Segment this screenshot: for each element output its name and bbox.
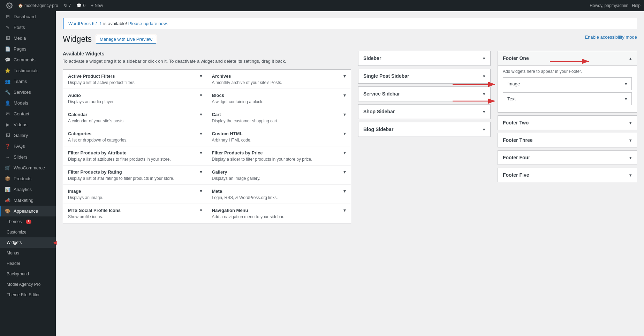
widget-name: Filter Products by Attribute xyxy=(68,150,127,155)
sidebar-item-models[interactable]: 👤 Models xyxy=(0,98,56,108)
new-item[interactable]: + New xyxy=(88,3,106,8)
sidebar-item-theme-file-editor[interactable]: Theme File Editor xyxy=(0,290,56,300)
sidebar-item-faqs[interactable]: ❓ FAQs xyxy=(0,141,56,152)
analytics-icon: 📊 xyxy=(5,187,11,192)
footer-panel-header-five[interactable]: Footer Five ▾ xyxy=(498,168,637,182)
footer-two-expand-icon: ▾ xyxy=(629,120,632,125)
widget-expand-icon: ▾ xyxy=(200,207,202,213)
sidebar-panel-title-blog: Blog Sidebar xyxy=(363,127,393,132)
wp-version-link[interactable]: WordPress 6.1.1 xyxy=(68,21,102,26)
sidebar-item-marketing[interactable]: 📣 Marketing xyxy=(0,195,56,206)
available-widgets-section: Available Widgets To activate a widget d… xyxy=(63,51,351,223)
update-notice: WordPress 6.1.1 is available! Please upd… xyxy=(63,18,637,29)
sidebar-item-widgets[interactable]: Widgets ◄ xyxy=(0,237,56,248)
sidebar-item-teams[interactable]: 👥 Teams xyxy=(0,76,56,87)
widget-item[interactable]: Filter Products by Rating ▾ Display a li… xyxy=(63,166,207,185)
widget-name: Categories xyxy=(68,131,91,136)
update-link[interactable]: Please update now. xyxy=(128,21,168,26)
widget-desc: Displays an audio player. xyxy=(68,99,202,104)
sidebar-item-analytics[interactable]: 📊 Analytics xyxy=(0,184,56,195)
wp-icon[interactable] xyxy=(3,2,15,9)
widget-item[interactable]: Filter Products by Attribute ▾ Display a… xyxy=(63,146,207,166)
widget-item[interactable]: Calendar ▾ A calendar of your site's pos… xyxy=(63,108,207,127)
widget-item[interactable]: Gallery ▾ Displays an image gallery. xyxy=(207,166,351,185)
sidebar-panel-header-shop[interactable]: Shop Sidebar ▾ xyxy=(358,105,490,119)
sidebar-label-gallery: Gallery xyxy=(14,133,28,138)
footer-panel-header-four[interactable]: Footer Four ▾ xyxy=(498,151,637,165)
sidebar-item-sliders[interactable]: ↔ Sliders xyxy=(0,152,56,162)
sidebar-panel-blog: Blog Sidebar ▾ xyxy=(358,122,491,137)
sidebar-item-posts[interactable]: ✎ Posts xyxy=(0,22,56,33)
widget-item[interactable]: Active Product Filters ▾ Display a list … xyxy=(63,70,207,89)
comments-item[interactable]: 💬 0 xyxy=(74,3,88,8)
widget-item[interactable]: Custom HTML ▾ Arbitrary HTML code. xyxy=(207,127,351,146)
footer-one-text-widget[interactable]: Text ▾ xyxy=(503,92,632,105)
arrow-to-text xyxy=(453,98,498,105)
widget-expand-icon: ▾ xyxy=(200,92,202,98)
blog-toggle-icon: ▾ xyxy=(483,127,485,132)
sidebar-item-customize[interactable]: Customize xyxy=(0,227,56,237)
pages-icon: 📄 xyxy=(5,46,11,52)
sidebar-item-media[interactable]: 🖼 Media xyxy=(0,33,56,44)
footer-panel-header-three[interactable]: Footer Three ▾ xyxy=(498,133,637,147)
widget-item[interactable]: MTS Social Profile Icons ▾ Show profile … xyxy=(63,204,207,223)
updates-item[interactable]: ↻ 7 xyxy=(61,3,74,8)
widget-name: Archives xyxy=(212,74,231,79)
footer-panel-title-three: Footer Three xyxy=(503,137,533,143)
contact-icon: ✉ xyxy=(5,111,11,116)
sidebar-item-menus[interactable]: Menus xyxy=(0,248,56,258)
sidebars-column: Sidebar ▾ Single Post Sidebar ▾ Service … xyxy=(358,51,491,223)
widget-item[interactable]: Archives ▾ A monthly archive of your sit… xyxy=(207,70,351,89)
sidebar-panel-title-service: Service Sidebar xyxy=(363,91,400,97)
widget-expand-icon: ▾ xyxy=(343,73,346,79)
site-name-item[interactable]: 🏠 model-agency-pro xyxy=(15,3,61,8)
sidebar-item-testimonials[interactable]: ⭐ Testimonials xyxy=(0,65,56,76)
sidebar-toggle-icon: ▾ xyxy=(483,56,485,61)
sidebar-item-comments[interactable]: 💬 Comments xyxy=(0,54,56,65)
sidebar-panel-header-blog[interactable]: Blog Sidebar ▾ xyxy=(358,122,490,137)
background-label: Background xyxy=(7,272,29,276)
sidebar-label-sliders: Sliders xyxy=(14,154,28,160)
widget-name: Gallery xyxy=(212,169,227,175)
sidebar-item-gallery[interactable]: 🖼 Gallery xyxy=(0,130,56,141)
widget-name: Navigation Menu xyxy=(212,208,248,213)
sidebar-item-services[interactable]: 🔧 Services xyxy=(0,87,56,98)
sidebar-item-themes[interactable]: Themes 3 xyxy=(0,216,56,227)
arrow-to-image xyxy=(453,81,498,88)
footer-panel-header-two[interactable]: Footer Two ▾ xyxy=(498,116,637,130)
sidebar-item-products[interactable]: 📦 Products xyxy=(0,173,56,184)
widget-item[interactable]: Cart ▾ Display the customer shopping car… xyxy=(207,108,351,127)
image-widget-expand: ▾ xyxy=(625,81,627,86)
sidebar-item-contact[interactable]: ✉ Contact xyxy=(0,108,56,119)
widget-item[interactable]: Filter Products by Price ▾ Display a sli… xyxy=(207,146,351,166)
sidebar-item-pages[interactable]: 📄 Pages xyxy=(0,44,56,54)
widget-item[interactable]: Meta ▾ Login, RSS, & WordPress.org links… xyxy=(207,185,351,204)
widget-expand-icon: ▾ xyxy=(343,112,346,117)
sidebar-item-woocommerce[interactable]: 🛒 WooCommerce xyxy=(0,162,56,173)
live-preview-button[interactable]: Manage with Live Preview xyxy=(96,35,156,44)
shop-toggle-icon: ▾ xyxy=(483,109,485,114)
widget-desc: Arbitrary HTML code. xyxy=(212,138,346,143)
widget-item[interactable]: Navigation Menu ▾ Add a navigation menu … xyxy=(207,204,351,223)
widget-item[interactable]: Image ▾ Displays an image. xyxy=(63,185,207,204)
models-icon: 👤 xyxy=(5,100,11,106)
widget-desc: Displays an image. xyxy=(68,195,202,200)
sidebar-item-appearance[interactable]: 🎨 Appearance xyxy=(0,206,56,216)
sidebar-panel-title-shop: Shop Sidebar xyxy=(363,109,395,114)
sidebar-item-background[interactable]: Background xyxy=(0,269,56,279)
footer-panel-title-five: Footer Five xyxy=(503,172,529,178)
sidebar-item-model-agency-pro[interactable]: Model Agency Pro xyxy=(0,279,56,290)
widget-item[interactable]: Categories ▾ A list or dropdown of categ… xyxy=(63,127,207,146)
sidebar-item-dashboard[interactable]: ⊞ Dashboard xyxy=(0,11,56,22)
service-toggle-icon: ▾ xyxy=(483,91,485,97)
model-agency-pro-label: Model Agency Pro xyxy=(7,282,40,287)
widget-item[interactable]: Audio ▾ Displays an audio player. xyxy=(63,89,207,108)
footer-one-image-widget[interactable]: Image ▾ xyxy=(503,77,632,90)
sidebar-item-header[interactable]: Header xyxy=(0,258,56,269)
sidebar-panel-header-sidebar[interactable]: Sidebar ▾ xyxy=(358,51,490,66)
widget-item[interactable]: Block ▾ A widget containing a block. xyxy=(207,89,351,108)
sidebar-item-videos[interactable]: ▶ Videos xyxy=(0,119,56,130)
woocommerce-icon: 🛒 xyxy=(5,165,11,170)
products-icon: 📦 xyxy=(5,176,11,181)
accessibility-mode-link[interactable]: Enable accessibility mode xyxy=(585,35,637,40)
